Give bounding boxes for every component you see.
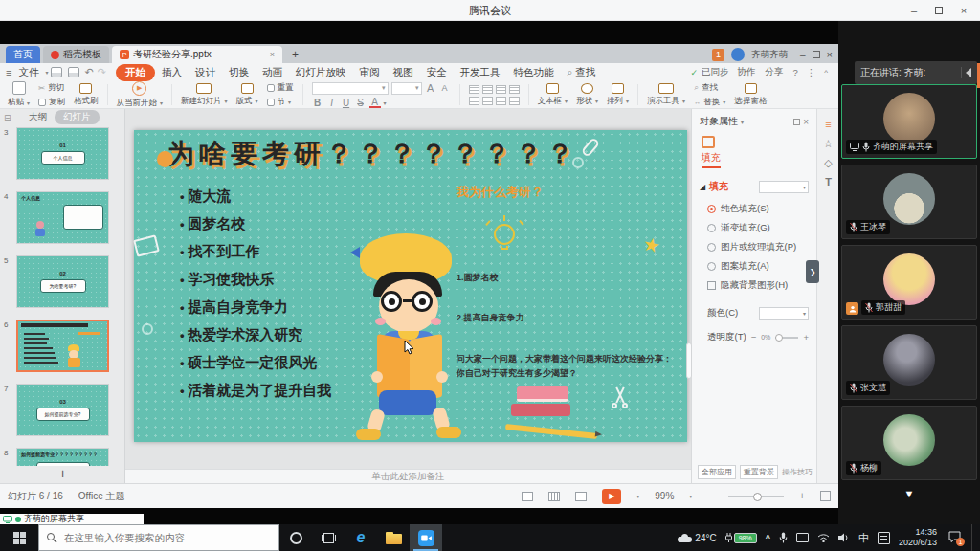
more-icon[interactable]: ⋮ (803, 67, 820, 77)
number-list-icon[interactable] (482, 97, 493, 105)
menu-insert[interactable]: 插入 (155, 66, 189, 79)
bullet-list-icon[interactable] (469, 97, 479, 105)
network-icon[interactable] (817, 533, 830, 542)
maximize-button[interactable] (926, 2, 951, 19)
slide-thumbnail[interactable]: 7 03 如何提前选专业? (16, 384, 109, 436)
zoom-slider[interactable] (728, 496, 784, 497)
tab-close-icon[interactable]: × (270, 50, 275, 59)
participant-tile[interactable]: 王冰琴 (841, 165, 977, 239)
redo-icon[interactable]: ↷ (98, 66, 106, 78)
wps-restore-button[interactable] (813, 51, 820, 58)
line-spacing-icon[interactable] (509, 97, 520, 105)
menu-features[interactable]: 特色功能 (506, 66, 560, 79)
slide-canvas[interactable]: 为啥要考研？？？？？？？？ 随大流 圆梦名校 找不到工作 学习使我快乐 提高自身… (125, 109, 691, 483)
synced-label[interactable]: 已同步 (698, 66, 733, 78)
align-center-icon[interactable] (482, 85, 493, 94)
menu-devtools[interactable]: 开发工具 (453, 66, 506, 79)
arrange-button[interactable]: 排列▾ (607, 83, 629, 107)
scroll-more-participants[interactable]: ▼ (838, 488, 980, 499)
increase-font-button[interactable]: A (425, 82, 436, 94)
pin-icon[interactable] (793, 119, 800, 125)
slider-knob[interactable] (775, 334, 783, 342)
copy-button[interactable]: 复制 (38, 97, 65, 108)
ime-mode-icon[interactable] (878, 532, 890, 544)
slide-thumbnail-current[interactable]: 6 (16, 320, 109, 372)
tab-docer-template[interactable]: 稻壳模板 (43, 46, 109, 63)
cut-button[interactable]: ✂剪切 (38, 82, 65, 94)
save-icon[interactable] (51, 67, 62, 77)
fill-option-picture[interactable]: 图片或纹理填充(P) (707, 241, 816, 253)
fill-preset-dropdown[interactable]: ▾ (759, 181, 809, 193)
slide-thumbnail[interactable]: 3 01 个人信息 (16, 127, 109, 180)
wps-minimize-button[interactable]: – (800, 50, 806, 60)
participant-tile[interactable]: 齐萌的屏幕共享 (841, 84, 977, 159)
tab-document[interactable]: P 考研经验分享.pptx × (112, 46, 282, 63)
apply-all-button[interactable]: 全部应用 (698, 465, 736, 479)
align-right-icon[interactable] (496, 85, 506, 94)
menu-animation[interactable]: 动画 (256, 66, 289, 79)
slide-thumbnail[interactable]: 8 如何提前选专业？？？？？？？？？ (16, 448, 109, 466)
fill-option-gradient[interactable]: 渐变填充(G) (707, 222, 816, 234)
opacity-slider[interactable] (775, 337, 798, 339)
participant-tile[interactable]: 郭甜甜 (841, 245, 977, 320)
taskbar-search-input[interactable] (38, 524, 279, 551)
format-painter-button[interactable]: 格式刷 (74, 83, 99, 107)
shapes-button[interactable]: 形状▾ (576, 83, 598, 107)
minimize-button[interactable]: – (902, 2, 926, 19)
tips-link[interactable]: 操作技巧 (782, 467, 813, 477)
screen-share-indicator[interactable]: 齐萌的屏幕共享 (0, 514, 144, 524)
panel-close-icon[interactable]: × (803, 117, 809, 127)
tencent-meeting-taskbar-icon[interactable] (410, 524, 442, 551)
sorter-view-icon[interactable] (548, 492, 560, 501)
color-dropdown[interactable]: ▾ (759, 307, 809, 320)
tray-app-icon[interactable] (796, 533, 809, 542)
task-view-button[interactable] (312, 524, 345, 551)
decrease-font-button[interactable]: A (439, 83, 451, 93)
zoom-out-button[interactable]: − (707, 491, 713, 501)
opacity-minus-button[interactable]: − (751, 332, 757, 342)
ime-language-indicator[interactable]: 中 (858, 531, 869, 545)
menu-slideshow[interactable]: 幻灯片放映 (289, 66, 353, 79)
normal-view-icon[interactable] (522, 492, 533, 501)
slide-thumbnail[interactable]: 4 个人信息 (16, 191, 109, 244)
play-from-current-button[interactable]: ▶ 从当前开始▾ (117, 81, 164, 109)
battery-indicator[interactable]: 98% (725, 533, 757, 543)
design-icon[interactable]: ◇ (817, 153, 839, 172)
panel-collapse-handle[interactable] (686, 342, 692, 379)
align-left-icon[interactable] (469, 85, 479, 94)
zoom-in-button[interactable]: + (799, 491, 805, 501)
fill-tab[interactable]: 填充 (702, 151, 721, 168)
fill-option-solid[interactable]: 纯色填充(S) (707, 203, 816, 215)
share-button[interactable]: 分享 (760, 66, 788, 78)
reset-background-button[interactable]: 重置背景 (740, 465, 778, 479)
action-center-icon[interactable]: 1 (948, 531, 961, 544)
strike-button[interactable]: S (355, 98, 367, 108)
edge-browser-icon[interactable]: e (345, 524, 377, 551)
tray-mic-icon[interactable] (779, 532, 788, 543)
menu-file[interactable]: 文件 (11, 66, 45, 79)
collapse-ribbon-icon[interactable]: ^ (819, 68, 833, 77)
bold-button[interactable]: B (312, 98, 323, 108)
participant-tile[interactable]: 张文慧 (841, 325, 977, 400)
notes-bar[interactable]: 单击此处添加备注 (125, 469, 691, 483)
fit-window-icon[interactable] (820, 491, 831, 501)
clock[interactable]: 14:36 2020/6/13 (899, 527, 937, 548)
chevron-down-icon[interactable]: ▾ (636, 493, 639, 499)
underline-button[interactable]: U (341, 98, 352, 108)
undo-icon[interactable]: ↶ (84, 66, 93, 78)
slides-tab[interactable]: 幻灯片 (55, 110, 100, 124)
menu-find[interactable]: ⌕ 查找 (560, 66, 602, 79)
start-button[interactable] (0, 524, 38, 551)
slide-thumbnail[interactable]: 5 02 为啥要考研? (16, 255, 109, 308)
print-icon[interactable] (68, 67, 79, 77)
layout-button[interactable]: 版式▾ (236, 83, 258, 107)
italic-button[interactable]: I (326, 98, 338, 108)
zoom-slider-knob[interactable] (753, 493, 762, 501)
message-badge[interactable]: 1 (712, 49, 724, 61)
chevron-down-icon[interactable]: ▾ (689, 493, 692, 499)
menu-review[interactable]: 审阅 (352, 66, 386, 79)
font-color-button[interactable]: A (369, 98, 381, 108)
selection-pane-button[interactable]: 选择窗格 (734, 83, 767, 107)
account-avatar[interactable] (731, 48, 745, 61)
tray-expand-chevron[interactable]: ^ (766, 533, 770, 542)
